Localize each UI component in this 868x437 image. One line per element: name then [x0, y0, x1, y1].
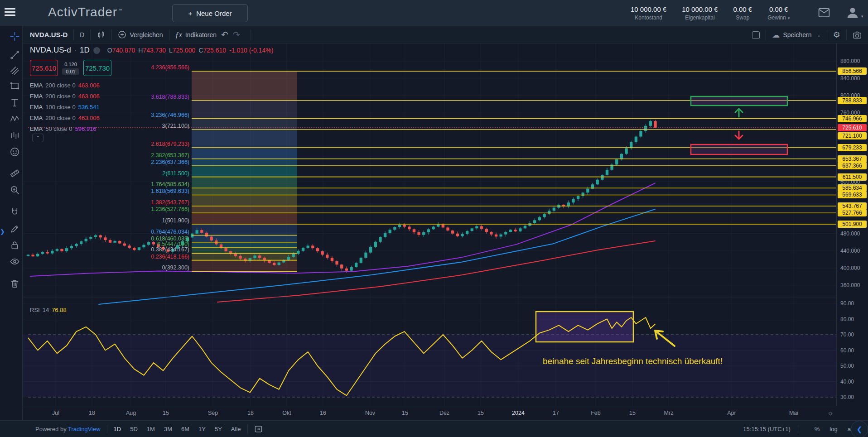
collapse-sidebar-button[interactable]: ❮ — [851, 421, 868, 437]
fib-price-tag: 721.100 — [838, 132, 867, 139]
time-axis-tick: Mrz — [664, 410, 674, 416]
time-axis[interactable]: ☼ Jul18Aug15Sep18Okt16Nov15Dez15202417Fe… — [23, 406, 836, 420]
powered-by: Powered by TradingView — [35, 426, 101, 432]
fib-price-tag: 569.633 — [838, 191, 867, 198]
fib-level-label: 1(501.900) — [162, 217, 189, 224]
rsi-axis-label: 70.00 — [837, 331, 867, 338]
time-axis-tick: 15 — [629, 410, 636, 416]
fib-level-label: 0.236(418.166) — [151, 254, 189, 260]
rsi-axis-label: 60.00 — [837, 347, 867, 354]
range-button-alle[interactable]: Alle — [231, 426, 241, 432]
range-button-5d[interactable]: 5D — [130, 426, 138, 432]
fib-level-label: 2(611.500) — [162, 170, 189, 177]
rsi-pane — [23, 312, 836, 397]
rsi-legend[interactable]: RSI 14 76.88 — [30, 307, 67, 313]
target-boxes[interactable] — [691, 96, 787, 154]
fib-price-tag: 527.766 — [838, 209, 867, 216]
price-axis-label: 880.000 — [837, 58, 867, 64]
time-axis-tick: 2024 — [512, 410, 525, 416]
rsi-axis-label: 40.00 — [837, 379, 867, 385]
fib-price-tag: 679.233 — [838, 144, 867, 151]
fib-level-label: 1.764(585.634) — [151, 181, 189, 187]
annotation-text: beinahe seit Jahresbeginn technisch über… — [543, 356, 723, 366]
time-axis-tick: Mai — [789, 410, 798, 416]
rsi-highlight-box — [536, 312, 633, 342]
time-axis-tick: Sep — [208, 410, 218, 416]
range-buttons: 1D5D1M3M6M1Y5YAlle — [114, 426, 241, 432]
price-axis-label: 400.000 — [837, 265, 867, 271]
range-button-5y[interactable]: 5Y — [215, 426, 222, 432]
tradingview-link[interactable]: TradingView — [68, 426, 101, 432]
fib-price-tag: 788.833 — [838, 97, 867, 104]
time-axis-tick: 18 — [89, 410, 95, 416]
legend-symbol[interactable]: NVDA.US-d — [30, 46, 71, 55]
rsi-axis-label: 80.00 — [837, 316, 867, 322]
activtrader-window: ActivTrader™ + Neue Order 10 000.00 €Kon… — [0, 0, 868, 437]
time-axis-tick: 16 — [320, 410, 326, 416]
time-axis-tick: 15 — [402, 410, 408, 416]
price-axis-label: 840.000 — [837, 75, 867, 82]
buy-button[interactable]: 725.730 — [83, 60, 111, 76]
collapse-legend-button[interactable]: ⌃ — [32, 134, 43, 142]
change-value: -1.010 (-0.14%) — [229, 47, 273, 54]
rsi-axis-label: 30.00 — [837, 394, 867, 400]
chart-legend: NVDA.US-d · 1D – O740.870 H743.730 L725.… — [30, 46, 273, 134]
indicator-row[interactable]: EMA200 close 0463.006 — [30, 80, 273, 91]
fib-level-label: 1.236(527.766) — [151, 206, 189, 212]
bottombar: Powered by TradingView 1D5D1M3M6M1Y5YAll… — [0, 420, 868, 437]
price-axis[interactable]: 880.000840.000800.000760.000600.000480.0… — [836, 43, 868, 406]
fib-level-label: 0(392.300) — [162, 264, 189, 271]
fib-price-tag: 543.767 — [838, 202, 867, 210]
time-axis-settings-icon[interactable]: ☼ — [827, 409, 834, 417]
fib-price-tag: 856.566 — [838, 67, 867, 75]
price-axis-label: 360.000 — [837, 282, 867, 288]
fib-price-tag: 746.966 — [838, 115, 867, 122]
ohlc-values: O740.870 H743.730 L725.000 C725.610 -1.0… — [107, 47, 274, 54]
current-price-tag: 725.610 — [838, 124, 867, 131]
time-axis-tick: Nov — [365, 410, 375, 416]
fib-level-label: 2.618(679.233) — [151, 141, 189, 147]
time-axis-tick: Jul — [52, 410, 59, 416]
time-axis-tick: Feb — [591, 410, 601, 416]
go-to-date-icon[interactable] — [254, 425, 263, 433]
time-axis-tick: 15 — [477, 410, 484, 416]
range-button-1y[interactable]: 1Y — [198, 426, 206, 432]
time-axis-tick: Apr — [727, 410, 736, 416]
hide-series-icon[interactable]: – — [93, 47, 100, 54]
fib-price-tag: 637.366 — [838, 162, 867, 169]
sell-button[interactable]: 725.610 — [30, 60, 58, 76]
time-axis-tick: 17 — [553, 410, 559, 416]
indicator-row[interactable]: EMA200 close 0463.006 — [30, 91, 273, 101]
fib-price-tag: 653.367 — [838, 155, 867, 163]
fib-level-label: 2.236(637.366) — [151, 159, 189, 165]
legend-interval: 1D — [80, 46, 90, 55]
fib-price-tag: 611.500 — [838, 173, 867, 181]
fib-level-label: 0.764(476.034) — [151, 229, 189, 235]
range-button-3m[interactable]: 3M — [164, 426, 172, 432]
fib-level-label: 1.382(543.767) — [151, 199, 189, 206]
fib-level-label: 1.618(569.633) — [151, 188, 189, 194]
percent-scale-button[interactable]: % — [815, 426, 820, 432]
time-axis-tick: Okt — [282, 410, 291, 416]
time-axis-tick: 18 — [247, 410, 254, 416]
time-axis-tick: 15 — [163, 410, 169, 416]
fib-price-tag: 585.634 — [838, 184, 867, 192]
candles — [27, 120, 657, 273]
range-button-1d[interactable]: 1D — [114, 426, 121, 432]
fib-level-label: 0.382(434.167) — [151, 246, 189, 253]
price-axis-label: 480.000 — [837, 231, 867, 237]
range-button-6m[interactable]: 6M — [181, 426, 189, 432]
indicator-row[interactable]: EMA200 close 0463.006 — [30, 112, 273, 123]
indicator-row[interactable]: EMA100 close 0536.541 — [30, 101, 273, 112]
fib-price-tag: 501.900 — [838, 221, 867, 228]
indicator-legend: EMA200 close 0463.006EMA200 close 0463.0… — [30, 80, 273, 134]
range-button-1m[interactable]: 1M — [147, 426, 155, 432]
log-scale-button[interactable]: log — [829, 426, 837, 432]
time-axis-tick: Dez — [439, 410, 449, 416]
rsi-axis-label: 90.00 — [837, 300, 867, 307]
indicator-row[interactable]: EMA50 close 0596.916 — [30, 123, 273, 134]
time-axis-tick: Aug — [126, 410, 136, 416]
server-clock: 15:15:15 (UTC+1) — [743, 426, 790, 432]
rsi-axis-label: 50.00 — [837, 363, 867, 369]
spread: 0.120 0.01 — [60, 62, 82, 75]
